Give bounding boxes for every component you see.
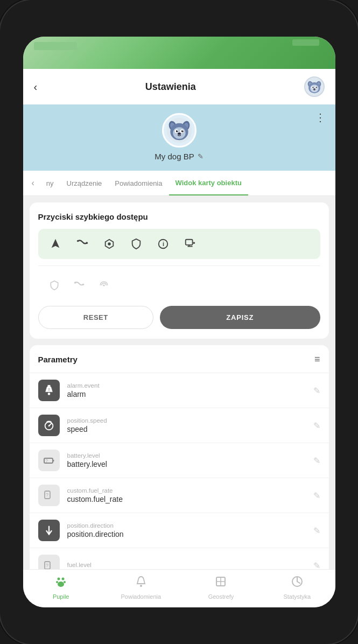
svg-text:?: ?: [46, 492, 48, 498]
page-title: Ustawienia: [145, 81, 196, 93]
bottom-navigation: Pupile Powiadomienia: [23, 569, 335, 607]
alarm-param-text: alarm.event alarm: [67, 382, 306, 398]
parameters-title: Parametry: [38, 355, 78, 364]
phone-screen: ‹ Ustawienia: [23, 37, 335, 607]
svg-point-25: [177, 130, 178, 131]
shield-icon[interactable]: [128, 235, 145, 253]
battery-param-key: battery.level: [67, 452, 306, 459]
parameters-header: Parametry ≡: [30, 354, 329, 373]
svg-point-27: [178, 132, 181, 135]
fuel-rate-param-icon: ?: [38, 485, 60, 506]
svg-point-12: [316, 87, 317, 87]
alarm-param-value: alarm: [67, 390, 306, 398]
sort-button[interactable]: ≡: [314, 354, 320, 365]
direction-edit-button[interactable]: ✎: [313, 526, 320, 536]
stats-nav-icon: [291, 575, 304, 591]
svg-point-39: [74, 282, 75, 283]
svg-point-40: [82, 284, 83, 285]
quick-access-buttons-row: RESET ZAPISZ: [38, 306, 320, 329]
header: ‹ Ustawienia: [23, 69, 335, 104]
nav-label-pupile: Pupile: [53, 593, 69, 600]
tab-widok-karty[interactable]: Widok karty obiektu: [169, 171, 248, 195]
direction-param-text: position.direction position.direction: [67, 522, 306, 538]
svg-point-23: [176, 130, 178, 132]
back-button[interactable]: ‹: [34, 81, 38, 93]
fuel-level-param-icon: ?: [38, 555, 60, 569]
tab-urzadzenie[interactable]: Urządzenie: [60, 172, 109, 195]
navigate-icon[interactable]: [47, 235, 64, 253]
nav-label-powiadomienia: Powiadomienia: [121, 593, 162, 600]
svg-text:i: i: [163, 241, 164, 247]
svg-point-48: [48, 425, 50, 427]
profile-avatar: [162, 113, 196, 148]
svg-point-13: [313, 88, 315, 90]
svg-point-41: [103, 284, 104, 286]
edit-name-button[interactable]: ✎: [198, 152, 203, 160]
alarm-edit-button[interactable]: ✎: [313, 386, 320, 396]
divider: [38, 265, 320, 266]
reset-button[interactable]: RESET: [38, 306, 154, 329]
parameters-card: Parametry ≡ !: [30, 345, 329, 569]
fuel-rate-param-key: custom.fuel_rate: [67, 487, 306, 494]
nav-item-statystyka[interactable]: Statystyka: [281, 575, 313, 600]
speed-param-key: position.speed: [67, 417, 306, 424]
svg-point-26: [182, 130, 183, 131]
fuel-level-edit-button[interactable]: ✎: [313, 561, 320, 570]
tabs-container: ‹ ny Urządzenie Powiadomienia Widok kart…: [23, 171, 335, 196]
param-item-direction: position.direction position.direction ✎: [30, 513, 329, 548]
alarm-param-icon: !: [38, 380, 60, 401]
speed-edit-button[interactable]: ✎: [313, 421, 320, 431]
quick-access-card: Przyciski szybkiego dostępu: [30, 202, 329, 339]
fuel-rate-edit-button[interactable]: ✎: [313, 491, 320, 501]
profile-name: My dog BP ✎: [155, 152, 203, 161]
profile-section: ⋮: [23, 104, 335, 171]
battery-param-value: battery.level: [67, 460, 306, 468]
svg-text:?: ?: [45, 458, 48, 464]
param-item-speed: position.speed speed ✎: [30, 408, 329, 443]
device-settings-icon[interactable]: [181, 235, 199, 253]
signal-inactive-icon[interactable]: [96, 278, 111, 293]
svg-point-31: [108, 242, 111, 246]
info-icon[interactable]: i: [155, 235, 172, 253]
map-strip: [23, 37, 335, 69]
more-menu-button[interactable]: ⋮: [315, 111, 326, 124]
nav-label-geostrefy: Geostrefy: [208, 593, 234, 600]
battery-edit-button[interactable]: ✎: [313, 456, 320, 466]
fuel-level-param-text: fuel.level: [67, 562, 306, 569]
shield-inactive-icon[interactable]: [47, 278, 62, 293]
header-dog-icon: [306, 78, 323, 95]
quick-buttons-active-row: i: [38, 229, 320, 259]
tab-powiadomienia[interactable]: Powiadomienia: [108, 172, 169, 195]
fuel-rate-param-text: custom.fuel_rate custom.fuel_rate: [67, 487, 306, 503]
route-inactive-icon[interactable]: [72, 278, 87, 293]
svg-rect-50: [53, 460, 54, 461]
svg-point-64: [140, 585, 142, 587]
tabs-back-button[interactable]: ‹: [23, 171, 40, 195]
quick-buttons-inactive-row: [38, 272, 320, 298]
quick-access-title: Przyciski szybkiego dostępu: [38, 212, 320, 221]
svg-point-59: [58, 578, 60, 580]
direction-param-icon: [38, 520, 60, 541]
param-item-battery: ? battery.level battery.level ✎: [30, 443, 329, 478]
battery-param-icon: ?: [38, 450, 60, 471]
nav-item-pupile[interactable]: Pupile: [45, 575, 77, 600]
route-icon[interactable]: [74, 235, 91, 253]
svg-point-29: [86, 242, 88, 244]
fuel-rate-param-value: custom.fuel_rate: [67, 495, 306, 503]
profile-dog-icon: [166, 117, 193, 144]
nav-item-geostrefy[interactable]: Geostrefy: [205, 575, 237, 600]
battery-param-text: battery.level battery.level: [67, 452, 306, 468]
header-avatar[interactable]: [304, 76, 325, 97]
geofence-icon[interactable]: [101, 235, 118, 253]
svg-point-28: [76, 240, 79, 242]
alarm-param-key: alarm.event: [67, 382, 306, 389]
tab-ny[interactable]: ny: [40, 172, 60, 195]
svg-text:?: ?: [46, 563, 48, 568]
direction-param-value: position.direction: [67, 530, 306, 538]
svg-point-60: [62, 578, 65, 580]
nav-item-powiadomienia[interactable]: Powiadomienia: [121, 575, 162, 600]
param-item-fuel-rate: ? custom.fuel_rate custom.fuel_rate ✎: [30, 478, 329, 513]
bell-nav-icon: [135, 575, 148, 591]
param-item-fuel-level: ? fuel.level ✎: [30, 548, 329, 569]
save-button[interactable]: ZAPISZ: [160, 306, 320, 329]
